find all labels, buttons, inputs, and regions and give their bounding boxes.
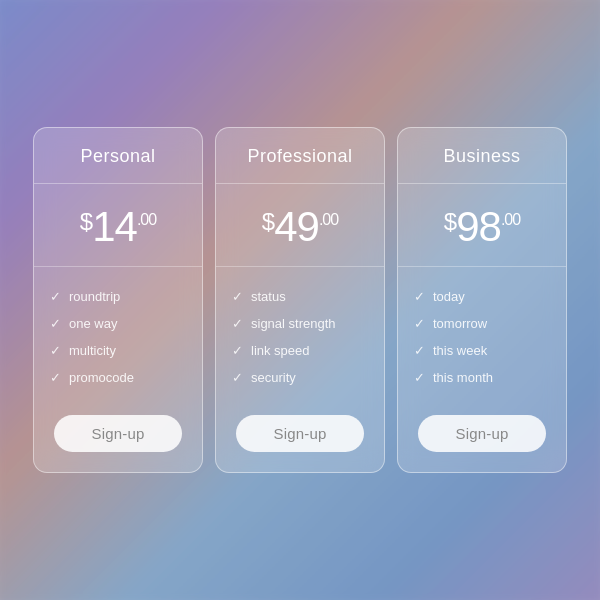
feature-label: this week: [433, 343, 487, 358]
card-header-business: Business: [398, 128, 566, 184]
signup-area-business: Sign-up: [398, 401, 566, 472]
signup-button-professional[interactable]: Sign-up: [236, 415, 364, 452]
price-professional: $49.00: [262, 206, 338, 248]
checkmark-icon: ✓: [50, 371, 61, 384]
list-item: ✓status: [232, 283, 368, 310]
price-currency-personal: $: [80, 210, 92, 234]
price-currency-business: $: [444, 210, 456, 234]
checkmark-icon: ✓: [232, 317, 243, 330]
checkmark-icon: ✓: [50, 317, 61, 330]
price-cents-personal: .00: [137, 212, 156, 228]
checkmark-icon: ✓: [232, 371, 243, 384]
feature-label: multicity: [69, 343, 116, 358]
list-item: ✓today: [414, 283, 550, 310]
price-cents-business: .00: [501, 212, 520, 228]
plan-title-business: Business: [408, 146, 556, 167]
price-cents-professional: .00: [319, 212, 338, 228]
feature-label: link speed: [251, 343, 310, 358]
list-item: ✓this month: [414, 364, 550, 391]
price-personal: $14.00: [80, 206, 156, 248]
signup-button-business[interactable]: Sign-up: [418, 415, 546, 452]
features-professional: ✓status✓signal strength✓link speed✓secur…: [216, 267, 384, 401]
feature-label: tomorrow: [433, 316, 487, 331]
checkmark-icon: ✓: [414, 290, 425, 303]
price-section-professional: $49.00: [216, 184, 384, 267]
card-personal: Personal$14.00✓roundtrip✓one way✓multici…: [33, 127, 203, 473]
price-business: $98.00: [444, 206, 520, 248]
list-item: ✓security: [232, 364, 368, 391]
list-item: ✓roundtrip: [50, 283, 186, 310]
plan-title-personal: Personal: [44, 146, 192, 167]
price-section-business: $98.00: [398, 184, 566, 267]
feature-label: today: [433, 289, 465, 304]
checkmark-icon: ✓: [232, 290, 243, 303]
price-amount-professional: 49: [274, 206, 319, 248]
checkmark-icon: ✓: [50, 344, 61, 357]
list-item: ✓tomorrow: [414, 310, 550, 337]
pricing-container: Personal$14.00✓roundtrip✓one way✓multici…: [13, 107, 587, 493]
feature-label: this month: [433, 370, 493, 385]
price-amount-business: 98: [456, 206, 501, 248]
feature-label: status: [251, 289, 286, 304]
features-personal: ✓roundtrip✓one way✓multicity✓promocode: [34, 267, 202, 401]
checkmark-icon: ✓: [414, 344, 425, 357]
checkmark-icon: ✓: [50, 290, 61, 303]
checkmark-icon: ✓: [232, 344, 243, 357]
signup-area-personal: Sign-up: [34, 401, 202, 472]
checkmark-icon: ✓: [414, 371, 425, 384]
card-professional: Professional$49.00✓status✓signal strengt…: [215, 127, 385, 473]
signup-button-personal[interactable]: Sign-up: [54, 415, 182, 452]
feature-label: one way: [69, 316, 117, 331]
feature-label: roundtrip: [69, 289, 120, 304]
list-item: ✓one way: [50, 310, 186, 337]
feature-label: signal strength: [251, 316, 336, 331]
list-item: ✓signal strength: [232, 310, 368, 337]
price-section-personal: $14.00: [34, 184, 202, 267]
feature-label: security: [251, 370, 296, 385]
card-header-professional: Professional: [216, 128, 384, 184]
plan-title-professional: Professional: [226, 146, 374, 167]
card-header-personal: Personal: [34, 128, 202, 184]
list-item: ✓promocode: [50, 364, 186, 391]
price-amount-personal: 14: [92, 206, 137, 248]
card-business: Business$98.00✓today✓tomorrow✓this week✓…: [397, 127, 567, 473]
list-item: ✓multicity: [50, 337, 186, 364]
signup-area-professional: Sign-up: [216, 401, 384, 472]
list-item: ✓link speed: [232, 337, 368, 364]
checkmark-icon: ✓: [414, 317, 425, 330]
feature-label: promocode: [69, 370, 134, 385]
price-currency-professional: $: [262, 210, 274, 234]
features-business: ✓today✓tomorrow✓this week✓this month: [398, 267, 566, 401]
list-item: ✓this week: [414, 337, 550, 364]
